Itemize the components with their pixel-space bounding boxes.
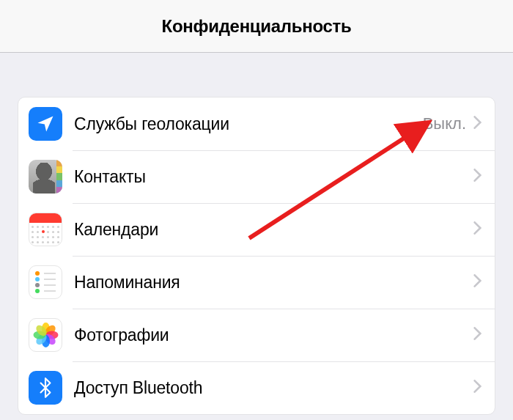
row-location-services[interactable]: Службы геолокации Выкл. bbox=[18, 97, 495, 150]
chevron-right-icon bbox=[473, 327, 481, 343]
row-label: Напоминания bbox=[74, 273, 473, 292]
chevron-right-icon bbox=[473, 221, 481, 237]
row-label: Календари bbox=[74, 220, 473, 240]
settings-group: Службы геолокации Выкл. Контакты Календа… bbox=[18, 97, 495, 415]
row-calendars[interactable]: Календари bbox=[18, 203, 495, 256]
row-label: Контакты bbox=[74, 167, 473, 187]
page-title: Конфиденциальность bbox=[162, 16, 352, 37]
contacts-icon bbox=[29, 160, 62, 194]
row-label: Доступ Bluetooth bbox=[74, 378, 473, 398]
navigation-bar: Конфиденциальность bbox=[0, 0, 513, 53]
row-photos[interactable]: Фотографии bbox=[18, 309, 495, 361]
row-bluetooth[interactable]: Доступ Bluetooth bbox=[18, 361, 495, 414]
row-label: Службы геолокации bbox=[74, 114, 423, 134]
row-contacts[interactable]: Контакты bbox=[18, 150, 495, 203]
chevron-right-icon bbox=[473, 274, 481, 290]
chevron-right-icon bbox=[473, 116, 481, 132]
chevron-right-icon bbox=[473, 169, 481, 185]
row-reminders[interactable]: Напоминания bbox=[18, 256, 495, 309]
reminders-icon bbox=[29, 265, 62, 299]
location-arrow-icon bbox=[29, 107, 62, 141]
calendar-icon bbox=[29, 213, 62, 246]
row-value: Выкл. bbox=[423, 114, 466, 133]
photos-icon bbox=[29, 318, 62, 352]
bluetooth-icon bbox=[29, 371, 62, 405]
row-label: Фотографии bbox=[74, 325, 473, 345]
chevron-right-icon bbox=[473, 380, 481, 396]
